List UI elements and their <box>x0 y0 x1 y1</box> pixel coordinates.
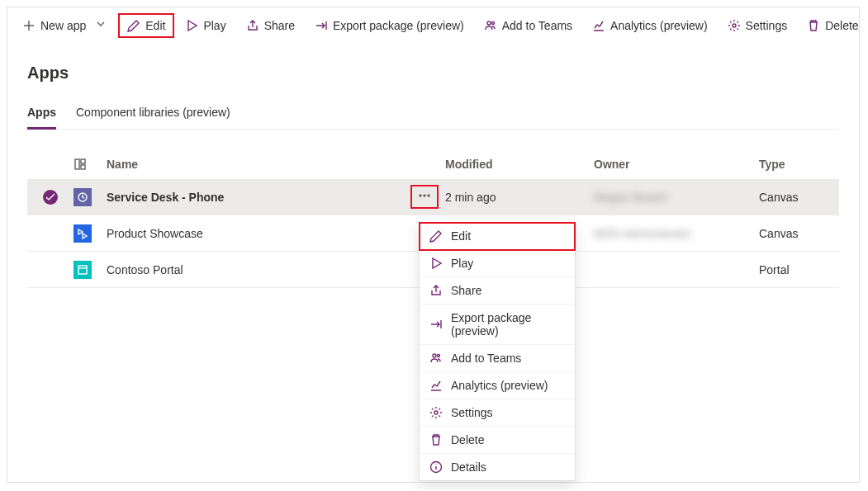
command-bar: New app Edit Play Share <box>7 7 859 44</box>
page-title: Apps <box>27 64 839 83</box>
analytics-icon <box>429 379 443 392</box>
new-app-label: New app <box>40 19 86 32</box>
row-selector[interactable] <box>27 190 74 205</box>
ctx-share-label: Share <box>451 284 481 297</box>
svg-point-8 <box>420 195 421 196</box>
info-icon <box>429 460 443 474</box>
gear-icon <box>429 406 443 419</box>
ctx-add-teams-label: Add to Teams <box>451 352 521 365</box>
play-icon <box>429 257 443 270</box>
svg-rect-4 <box>75 159 79 169</box>
svg-rect-11 <box>78 266 87 274</box>
svg-point-0 <box>487 21 491 25</box>
add-teams-label: Add to Teams <box>502 19 572 32</box>
app-icon <box>74 261 107 279</box>
teams-icon <box>429 352 443 365</box>
column-owner[interactable]: Owner <box>594 158 759 171</box>
app-frame: New app Edit Play Share <box>7 7 860 483</box>
svg-rect-6 <box>81 165 85 169</box>
edit-label: Edit <box>145 19 165 32</box>
tabs: Apps Component libraries (preview) <box>27 99 839 130</box>
analytics-icon <box>592 19 605 32</box>
settings-label: Settings <box>746 19 788 32</box>
play-icon <box>185 19 198 32</box>
tab-apps[interactable]: Apps <box>27 99 56 130</box>
tab-component-libraries[interactable]: Component libraries (preview) <box>76 99 230 129</box>
delete-button[interactable]: Delete <box>799 14 866 37</box>
svg-point-14 <box>434 411 438 414</box>
grid-header: Name Modified Owner Type <box>27 149 839 179</box>
export-icon <box>429 318 443 331</box>
context-menu: Edit Play Share Export package (preview)… <box>419 222 576 481</box>
trash-icon <box>807 19 820 32</box>
ctx-details[interactable]: Details <box>420 454 575 480</box>
svg-point-9 <box>424 195 425 196</box>
analytics-label: Analytics (preview) <box>610 19 707 32</box>
column-type[interactable]: Type <box>759 158 839 171</box>
new-app-button[interactable]: New app <box>14 12 116 38</box>
ctx-analytics[interactable]: Analytics (preview) <box>420 372 575 399</box>
share-button[interactable]: Share <box>238 14 303 37</box>
add-teams-button[interactable]: Add to Teams <box>476 14 581 37</box>
trash-icon <box>429 433 443 446</box>
svg-point-10 <box>428 195 429 196</box>
table-row[interactable]: Service Desk - Phone 2 min ago Megan Bow… <box>27 179 839 215</box>
app-icon <box>74 224 107 243</box>
svg-point-2 <box>733 24 736 27</box>
pencil-icon <box>127 19 140 32</box>
app-modified: 2 min ago <box>445 191 594 204</box>
ctx-export[interactable]: Export package (preview) <box>420 305 575 345</box>
settings-button[interactable]: Settings <box>719 14 796 37</box>
view-options-icon[interactable] <box>74 158 107 171</box>
delete-label: Delete <box>825 19 858 32</box>
ctx-details-label: Details <box>451 460 486 474</box>
svg-point-12 <box>433 354 436 357</box>
svg-rect-5 <box>81 159 85 163</box>
more-actions-button[interactable] <box>411 186 438 208</box>
ctx-settings-label: Settings <box>451 406 493 419</box>
share-icon <box>429 284 443 297</box>
ctx-play[interactable]: Play <box>420 250 575 277</box>
export-icon <box>315 19 328 32</box>
edit-button[interactable]: Edit <box>119 14 173 37</box>
export-label: Export package (preview) <box>333 19 464 32</box>
pencil-icon <box>429 229 443 243</box>
app-owner: MOD Administrator <box>594 227 759 240</box>
app-type: Canvas <box>759 191 839 204</box>
share-label: Share <box>264 19 295 32</box>
share-icon <box>246 19 259 32</box>
ctx-play-label: Play <box>451 257 473 270</box>
play-label: Play <box>203 19 225 32</box>
ctx-delete-label: Delete <box>451 433 484 446</box>
ctx-export-label: Export package (preview) <box>451 311 565 338</box>
ctx-add-teams[interactable]: Add to Teams <box>420 345 575 372</box>
app-name: Contoso Portal <box>107 263 404 276</box>
app-name: Service Desk - Phone <box>107 191 404 204</box>
ctx-share[interactable]: Share <box>420 277 575 305</box>
svg-point-1 <box>491 21 494 24</box>
app-name: Product Showcase <box>107 227 404 240</box>
ctx-edit[interactable]: Edit <box>420 223 575 250</box>
app-icon <box>74 188 107 206</box>
ctx-settings[interactable]: Settings <box>420 399 575 427</box>
play-button[interactable]: Play <box>177 14 234 37</box>
svg-point-13 <box>438 355 440 357</box>
app-type: Portal <box>759 263 839 276</box>
check-icon <box>43 190 58 205</box>
gear-icon <box>728 19 741 32</box>
export-button[interactable]: Export package (preview) <box>306 14 472 37</box>
app-owner: Megan Bowen <box>594 191 759 204</box>
column-modified[interactable]: Modified <box>445 158 594 171</box>
ctx-analytics-label: Analytics (preview) <box>451 379 548 392</box>
teams-icon <box>484 19 497 32</box>
app-type: Canvas <box>759 227 839 240</box>
ctx-delete[interactable]: Delete <box>420 427 575 454</box>
analytics-button[interactable]: Analytics (preview) <box>584 14 715 37</box>
chevron-down-icon <box>94 17 107 33</box>
plus-icon <box>22 19 36 32</box>
ctx-edit-label: Edit <box>451 229 471 243</box>
column-name[interactable]: Name <box>107 158 404 171</box>
